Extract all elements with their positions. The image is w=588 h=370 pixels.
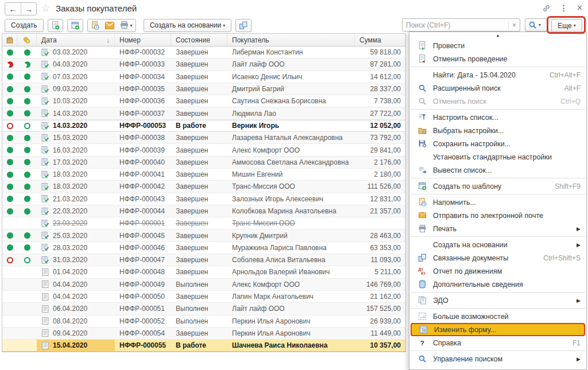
table-row[interactable]: 14.03.2020НФФР-000037ЗавершенЛюдмила Лао… [2,107,405,119]
favorite-star-icon[interactable]: ☆ [41,2,50,14]
menu-item[interactable]: Установить стандартные настройки [409,150,586,163]
document-icon [41,342,49,349]
menu-item[interactable]: ЭДО▶ [409,294,586,307]
shipment-status-cell [2,229,17,241]
document-icon [41,305,49,313]
menu-scroll-up-icon[interactable]: ▲ [409,32,586,38]
table-row[interactable]: 18.03.2020НФФР-000042ЗавершенТранс-Мисси… [2,181,405,193]
help-icon: ? [418,339,427,347]
shipment-box-icon[interactable] [2,34,17,46]
search-clear-icon[interactable]: × [508,21,520,29]
movements-report-icon: ДтКт [418,267,427,275]
menu-item[interactable]: Изменить форму... [411,323,585,336]
close-icon[interactable]: × [577,3,582,13]
column-header-sum[interactable]: Сумма [355,34,405,46]
table-row[interactable]: 28.03.2020НФФР-000046ЗавершенМуражкина Л… [2,242,405,254]
menu-item[interactable]: Печать▶ [409,222,586,235]
app-window: ← → ☆ Заказы покупателей ⋮ × Создать [0,0,588,370]
table-row[interactable]: 16.03.2020НФФР-000039ЗавершенАлекс Комфо… [2,144,405,156]
create-copy-button[interactable] [48,19,63,32]
table-row[interactable]: 08.04.2020НФФР-000052ВыполненПеркин Илья… [2,316,405,328]
table-row[interactable]: 09.03.2020НФФР-000035ЗавершенДмитрий Баг… [2,83,405,95]
create-by-template-button[interactable] [67,19,83,32]
create-based-on-button[interactable]: Создать на основании▾ [144,19,232,32]
table-row[interactable]: 15.04.2020НФФР-000055В работеШачнева Раи… [2,340,405,352]
table-row[interactable]: 17.03.2020НФФР-000040ЗавершенАммосова Св… [2,157,405,169]
table-row[interactable]: 22.03.2020НФФР-000044ЗавершенКолобкова М… [2,205,405,217]
number-cell: НФФР-000045 [115,229,171,241]
table-row[interactable]: 21.03.2020НФФР-000043ЗавершенЗалозных Иг… [2,193,405,205]
menu-item[interactable]: Найти: Дата - 15.04.2020Ctrl+Alt+F [409,68,586,81]
table-row[interactable]: 04.04.2020НФФР-000050ЗавершенЛапин Марк … [2,291,405,303]
status-icon [24,172,30,178]
column-header-number[interactable]: Номер [115,34,171,46]
search-input[interactable] [403,21,508,29]
table-row[interactable]: 31.03.2020НФФР-000047ЗавершенСоболева Ал… [2,254,405,266]
column-header-status[interactable]: Состояние [171,34,227,46]
table-row[interactable]: 06.04.2020НФФР-000051ВыполненЛайт лайф О… [2,303,405,315]
no-icon [418,71,427,79]
table-row[interactable]: 07.03.2020НФФР-000034ЗавершенИсаенко Ден… [2,71,405,83]
posted-document-icon [41,158,49,166]
create-button[interactable]: Создать [5,19,44,32]
customer-cell: Транс-Миссия ООО [227,217,355,229]
column-header-customer[interactable]: Покупатель [227,34,355,46]
table-row[interactable]: 25.03.2020НФФР-000045ЗавершенКрупник Дми… [2,229,405,242]
table-row[interactable]: 15.03.2020НФФР-000038ЗавершенЛазарева На… [2,132,405,144]
table-row[interactable]: 18.03.2020НФФР-000041ЗавершенМишин Евген… [2,169,405,181]
table-row[interactable]: 14.03.2020НФФР-000053В работеВерник Игор… [2,120,405,132]
get-link-icon[interactable] [542,4,551,13]
status-cell: Завершен [171,132,227,143]
linked-documents-button[interactable] [235,19,252,32]
table-row[interactable]: 03.03.2020НФФР-000032ЗавершенЛиберман Ко… [2,46,405,59]
table-row[interactable]: 09.04.2020НФФР-000054ЗавершенПеркин Илья… [2,328,405,340]
search-box: × [402,18,520,32]
shipment-status-cell [2,95,17,107]
menu-item[interactable]: Провести [409,39,586,52]
more-menu: ▲ ПровестиОтменить проведениеНайти: Дата… [409,32,587,370]
menu-item[interactable]: Напомнить... [409,196,586,209]
shipment-status-cell [2,328,17,339]
posted-document-icon [41,208,49,215]
sum-cell: 12 831,00 [355,193,405,205]
menu-item-label: Найти: Дата - 15.04.2020 [433,71,516,79]
menu-item[interactable]: Связанные документыCtrl+Shift+S [409,251,586,264]
menu-item[interactable]: Дополнительные сведения [409,278,586,291]
menu-item[interactable]: ?СправкаF1 [409,336,586,349]
menu-item[interactable]: Отменить проведение [409,52,586,65]
menu-item[interactable]: Вывести список... [409,163,586,177]
menu-item[interactable]: Выбрать настройки... [409,124,586,137]
table-row[interactable]: 04.03.2020НФФР-000033ЗавершенЛайт лайф О… [2,59,405,71]
menu-item[interactable]: Создать по шаблонуShift+F9 [409,180,586,193]
choose-settings-icon [418,127,427,135]
sum-cell: 11 449,00 [355,328,405,339]
shipment-status-cell [2,303,17,314]
remind-button[interactable] [88,20,102,32]
status-icon [7,208,13,215]
back-button[interactable]: ← [5,3,21,15]
table-row[interactable]: 01.04.2020НФФР-000048ЗавершенАрнольдов В… [2,266,405,278]
table-row[interactable]: 04.04.2020НФФР-000049ВыполненАлекс Комфо… [2,279,405,291]
menu-item[interactable]: Отправить по электронной почте [409,209,586,222]
forward-button[interactable]: → [21,3,36,15]
table-row[interactable]: 23.03.2020НФФР-000001ЗавершенТранс-Мисси… [2,217,405,229]
more-button[interactable]: Еще▾ [551,19,582,32]
menu-item[interactable]: Настроить список... [409,111,586,124]
column-header-date[interactable]: Дата↓ [37,34,115,46]
search-button[interactable]: ▾ [525,18,548,32]
customer-cell: Мишин Евгений [227,169,355,180]
payment-coins-icon[interactable] [17,34,37,46]
menu-item[interactable]: Сохранить настройки... [409,137,586,150]
menu-item[interactable]: Отменить поискCtrl+Q [409,95,586,108]
print-button[interactable]: ▾ [117,20,136,32]
menu-item[interactable]: Расширенный поискAlt+F [409,81,586,95]
menu-item-label: Больше возможностей [433,313,509,321]
kebab-menu-icon[interactable]: ⋮ [560,4,568,12]
menu-item[interactable]: Управление поиском▶ [409,352,586,365]
posted-document-icon [41,98,49,105]
send-email-button[interactable] [102,20,117,32]
menu-item[interactable]: Больше возможностей [409,310,586,323]
menu-item[interactable]: ДтКтОтчет по движениям [409,264,586,278]
table-row[interactable]: 10.03.2020НФФР-000036ЗавершенСаутина Сне… [2,95,405,107]
menu-item[interactable]: Создать на основании▶ [409,238,586,251]
